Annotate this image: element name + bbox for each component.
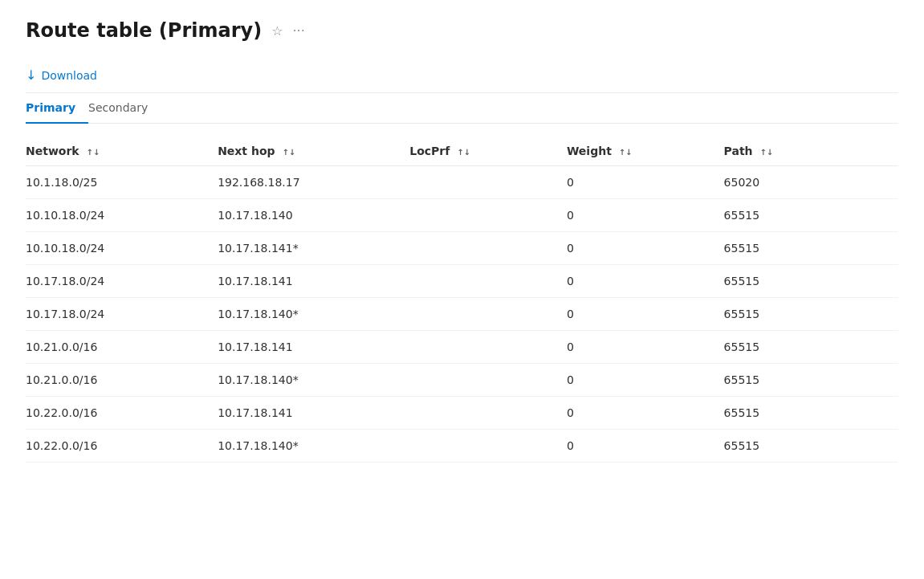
cell-locprf-7 <box>409 397 567 430</box>
cell-network-2: 10.10.18.0/24 <box>26 232 218 265</box>
cell-path-2: 65515 <box>724 232 898 265</box>
cell-locprf-1 <box>409 199 567 232</box>
column-header-network[interactable]: Network ↑↓ <box>26 137 218 166</box>
sort-icon-nexthop: ↑↓ <box>282 148 295 157</box>
cell-nexthop-8: 10.17.18.140* <box>218 430 409 463</box>
toolbar: ↓ Download <box>26 58 898 93</box>
cell-weight-0: 0 <box>567 166 724 199</box>
cell-nexthop-1: 10.17.18.140 <box>218 199 409 232</box>
cell-weight-1: 0 <box>567 199 724 232</box>
cell-locprf-6 <box>409 364 567 397</box>
cell-network-3: 10.17.18.0/24 <box>26 265 218 298</box>
download-button[interactable]: ↓ Download <box>26 64 97 86</box>
table-row: 10.21.0.0/1610.17.18.141065515 <box>26 331 898 364</box>
cell-locprf-5 <box>409 331 567 364</box>
column-header-locprf[interactable]: LocPrf ↑↓ <box>409 137 567 166</box>
cell-nexthop-7: 10.17.18.141 <box>218 397 409 430</box>
download-icon: ↓ <box>26 67 36 83</box>
download-label: Download <box>41 69 97 82</box>
tabs-container: Primary Secondary <box>26 93 898 124</box>
cell-locprf-4 <box>409 298 567 331</box>
sort-icon-path: ↑↓ <box>759 148 773 157</box>
tab-secondary[interactable]: Secondary <box>88 93 161 124</box>
cell-path-3: 65515 <box>724 265 898 298</box>
table-row: 10.21.0.0/1610.17.18.140*065515 <box>26 364 898 397</box>
sort-icon-network: ↑↓ <box>87 148 100 157</box>
route-table: Network ↑↓ Next hop ↑↓ LocPrf ↑↓ Weight … <box>26 137 898 463</box>
cell-locprf-3 <box>409 265 567 298</box>
cell-network-5: 10.21.0.0/16 <box>26 331 218 364</box>
cell-path-0: 65020 <box>724 166 898 199</box>
cell-nexthop-0: 192.168.18.17 <box>218 166 409 199</box>
cell-path-4: 65515 <box>724 298 898 331</box>
cell-network-6: 10.21.0.0/16 <box>26 364 218 397</box>
column-header-nexthop[interactable]: Next hop ↑↓ <box>218 137 409 166</box>
column-header-weight[interactable]: Weight ↑↓ <box>567 137 724 166</box>
cell-weight-5: 0 <box>567 331 724 364</box>
cell-weight-7: 0 <box>567 397 724 430</box>
cell-weight-6: 0 <box>567 364 724 397</box>
page-header: Route table (Primary) ☆ ··· <box>26 19 898 42</box>
tab-primary[interactable]: Primary <box>26 93 88 124</box>
cell-network-1: 10.10.18.0/24 <box>26 199 218 232</box>
table-row: 10.17.18.0/2410.17.18.141065515 <box>26 265 898 298</box>
cell-locprf-8 <box>409 430 567 463</box>
cell-locprf-2 <box>409 232 567 265</box>
cell-path-6: 65515 <box>724 364 898 397</box>
cell-weight-2: 0 <box>567 232 724 265</box>
cell-nexthop-3: 10.17.18.141 <box>218 265 409 298</box>
cell-nexthop-2: 10.17.18.141* <box>218 232 409 265</box>
table-row: 10.22.0.0/1610.17.18.141065515 <box>26 397 898 430</box>
cell-weight-8: 0 <box>567 430 724 463</box>
cell-path-7: 65515 <box>724 397 898 430</box>
table-header-row: Network ↑↓ Next hop ↑↓ LocPrf ↑↓ Weight … <box>26 137 898 166</box>
cell-network-7: 10.22.0.0/16 <box>26 397 218 430</box>
table-row: 10.10.18.0/2410.17.18.141*065515 <box>26 232 898 265</box>
page-title: Route table (Primary) <box>26 19 262 42</box>
cell-network-0: 10.1.18.0/25 <box>26 166 218 199</box>
cell-path-1: 65515 <box>724 199 898 232</box>
column-header-path[interactable]: Path ↑↓ <box>724 137 898 166</box>
cell-nexthop-6: 10.17.18.140* <box>218 364 409 397</box>
cell-nexthop-4: 10.17.18.140* <box>218 298 409 331</box>
cell-network-8: 10.22.0.0/16 <box>26 430 218 463</box>
cell-path-5: 65515 <box>724 331 898 364</box>
table-row: 10.10.18.0/2410.17.18.140065515 <box>26 199 898 232</box>
cell-weight-3: 0 <box>567 265 724 298</box>
sort-icon-weight: ↑↓ <box>619 148 633 157</box>
cell-weight-4: 0 <box>567 298 724 331</box>
table-row: 10.22.0.0/1610.17.18.140*065515 <box>26 430 898 463</box>
table-row: 10.1.18.0/25192.168.18.17065020 <box>26 166 898 199</box>
sort-icon-locprf: ↑↓ <box>457 148 470 157</box>
table-row: 10.17.18.0/2410.17.18.140*065515 <box>26 298 898 331</box>
cell-path-8: 65515 <box>724 430 898 463</box>
pin-icon[interactable]: ☆ <box>271 23 283 39</box>
cell-network-4: 10.17.18.0/24 <box>26 298 218 331</box>
cell-locprf-0 <box>409 166 567 199</box>
more-icon[interactable]: ··· <box>292 23 304 39</box>
cell-nexthop-5: 10.17.18.141 <box>218 331 409 364</box>
route-table-container: Network ↑↓ Next hop ↑↓ LocPrf ↑↓ Weight … <box>26 137 898 463</box>
